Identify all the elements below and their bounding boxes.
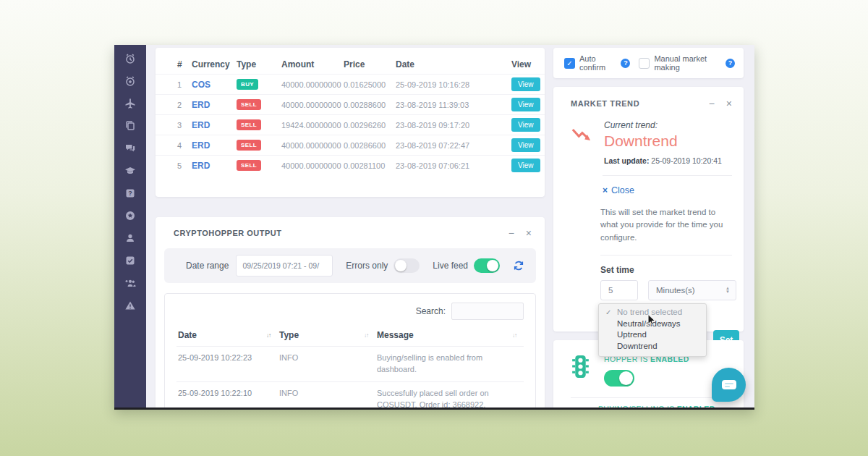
mouse-cursor — [647, 314, 656, 329]
order-price: 0.00281100 — [344, 161, 396, 170]
order-num: 2 — [177, 101, 192, 109]
log-date: 25-09-2019 10:22:23 — [176, 346, 278, 381]
order-type-badge: SELL — [237, 119, 261, 130]
order-price: 0.00286600 — [344, 141, 396, 150]
date-range-input[interactable] — [236, 255, 333, 276]
close-icon[interactable]: × — [526, 228, 532, 238]
sidebar-item-templates[interactable] — [124, 121, 137, 133]
refresh-icon[interactable] — [513, 260, 524, 271]
sidebar-item-alarm-add[interactable] — [124, 76, 137, 88]
order-currency-link[interactable]: ERD — [192, 100, 237, 110]
minimize-icon[interactable]: − — [509, 228, 514, 238]
sidebar-item-alarm[interactable] — [124, 54, 137, 66]
log-col-message[interactable]: Message ↓↑ — [375, 320, 524, 346]
order-date: 23-08-2019 09:17:20 — [396, 121, 511, 130]
downtrend-arrow-icon — [571, 127, 592, 165]
sidebar-item-referrals[interactable] — [124, 278, 137, 290]
order-date: 25-09-2019 10:16:28 — [396, 80, 511, 89]
close-trend-link[interactable]: ×Close — [603, 185, 744, 195]
close-x-icon: × — [603, 185, 608, 195]
order-currency-link[interactable]: ERD — [192, 140, 237, 151]
order-amount: 40000.00000000 — [281, 161, 344, 170]
sort-icon: ↓↑ — [364, 332, 368, 339]
trend-dropdown-menu: ✓ No trend selected Neutral/sideways Upt… — [598, 303, 707, 357]
open-orders-panel: # Currency Type Amount Price Date View 1… — [156, 48, 545, 197]
sidebar-item-trading[interactable] — [124, 98, 137, 111]
order-date: 23-08-2019 11:39:03 — [396, 101, 511, 109]
order-num: 4 — [177, 141, 192, 150]
log-col-date[interactable]: Date ↓↑ — [176, 320, 278, 346]
view-button[interactable]: View — [511, 98, 540, 111]
sidebar-item-profile[interactable] — [124, 233, 137, 245]
order-date: 23-08-2019 07:22:47 — [396, 141, 511, 150]
view-button[interactable]: View — [511, 138, 540, 152]
log-message: Succesfully placed sell order on COSUSDT… — [375, 381, 524, 410]
search-input[interactable] — [451, 303, 524, 320]
time-value-input[interactable] — [600, 280, 638, 300]
table-row: 5 ERD SELL 40000.00000000 0.00281100 23-… — [156, 155, 545, 175]
errors-only-label: Errors only — [346, 261, 388, 271]
divider — [603, 175, 732, 176]
view-button[interactable]: View — [511, 118, 540, 132]
dropdown-option[interactable]: Uptrend — [599, 329, 706, 341]
star-circle-icon — [124, 210, 136, 224]
divider — [571, 397, 729, 398]
help-icon[interactable]: ? — [621, 59, 630, 68]
view-button[interactable]: View — [511, 77, 540, 91]
sidebar-item-help[interactable]: ? — [124, 188, 137, 200]
order-price: 0.00296260 — [344, 121, 396, 130]
order-currency-link[interactable]: ERD — [192, 120, 237, 130]
dropdown-option[interactable]: Downtrend — [599, 341, 706, 352]
alarm-clock-icon — [124, 53, 136, 67]
svg-text:?: ? — [128, 190, 132, 197]
sidebar-item-messages[interactable] — [124, 143, 137, 156]
sidebar-item-tasks[interactable] — [124, 256, 137, 268]
log-col-type[interactable]: Type ↓↑ — [278, 320, 375, 346]
buy-sell-status-text: BUYING/SELLING IS ENABLED — [598, 405, 744, 410]
sidebar-item-education[interactable] — [124, 166, 137, 178]
cryptohopper-output-panel: CRYPTOHOPPER OUTPUT − × Date range Error… — [156, 217, 545, 410]
log-date: 25-09-2019 10:22:10 — [176, 381, 278, 410]
date-range-label: Date range — [186, 261, 229, 271]
minimize-icon[interactable]: − — [709, 98, 715, 109]
order-currency-link[interactable]: ERD — [192, 161, 237, 171]
check-icon: ✓ — [605, 308, 611, 318]
copy-icon — [124, 120, 136, 135]
check-square-icon — [124, 255, 136, 269]
log-message: Buying/selling is enabled from dashboard… — [375, 346, 524, 381]
manual-market-making-label: Manual market making — [654, 54, 721, 72]
order-num: 3 — [177, 121, 192, 130]
hopper-enabled-toggle[interactable] — [604, 370, 634, 387]
live-feed-label: Live feed — [433, 261, 468, 271]
live-feed-toggle[interactable] — [474, 258, 500, 273]
order-num: 5 — [177, 161, 192, 170]
log-type: INFO — [278, 381, 375, 410]
sidebar-item-featured[interactable] — [124, 211, 137, 223]
chat-launcher-button[interactable] — [712, 368, 746, 402]
table-row: 1 COS BUY 40000.00000000 0.01625000 25-0… — [156, 74, 545, 94]
order-amount: 40000.00000000 — [281, 141, 344, 150]
sidebar-item-alerts[interactable] — [124, 300, 137, 313]
help-box-icon: ? — [124, 187, 136, 202]
order-currency-link[interactable]: COS — [192, 80, 237, 90]
col-price: Price — [344, 59, 396, 69]
view-button[interactable]: View — [511, 159, 540, 172]
market-trend-panel: MARKET TREND − × Current trend: Downtren… — [553, 87, 744, 332]
set-time-label: Set time — [600, 265, 744, 275]
output-toolbar: Date range Errors only Live feed — [164, 248, 536, 283]
check-icon: ✓ — [566, 59, 572, 67]
table-row: 3 ERD SELL 19424.00000000 0.00296260 23-… — [156, 114, 545, 135]
col-num: # — [177, 59, 192, 69]
search-label: Search: — [416, 306, 446, 316]
panel-title: MARKET TREND — [571, 99, 697, 108]
time-unit-select[interactable]: Minutes(s) ▲▼ — [648, 280, 736, 300]
last-update: Last update: 25-09-2019 10:20:41 — [604, 156, 722, 165]
help-icon[interactable]: ? — [726, 59, 735, 68]
order-price: 0.00288600 — [344, 101, 396, 109]
errors-only-toggle[interactable] — [393, 258, 420, 273]
close-icon[interactable]: × — [726, 98, 732, 109]
manual-market-making-checkbox[interactable] — [639, 58, 650, 69]
add-users-icon — [124, 277, 136, 292]
order-type-badge: SELL — [237, 160, 261, 171]
auto-confirm-checkbox[interactable]: ✓ — [564, 58, 575, 69]
